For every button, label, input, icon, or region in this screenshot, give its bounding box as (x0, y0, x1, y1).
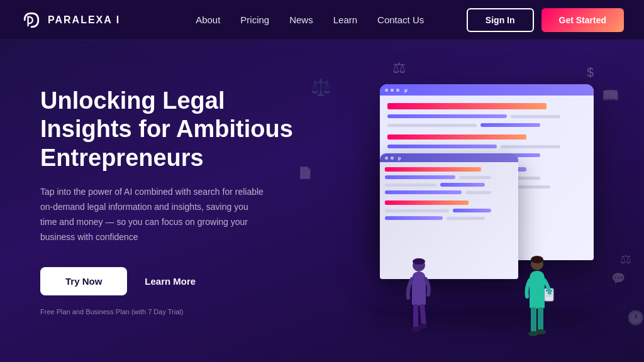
clock-icon: 🕐 (627, 310, 644, 326)
secondary-screen: p (380, 153, 518, 279)
nav-learn[interactable]: Learn (333, 14, 357, 25)
nav-links: About Pricing News Learn Contact Us (196, 14, 467, 25)
nav-about[interactable]: About (196, 14, 220, 25)
screen-header-secondary: p (380, 153, 518, 162)
scales2-icon: ⚖ (620, 251, 631, 266)
logo-icon (20, 9, 43, 31)
svg-point-5 (418, 324, 427, 329)
brand-name: PARALEXA I (48, 14, 120, 26)
svg-point-1 (413, 258, 425, 265)
coin-icon: $ (587, 65, 594, 80)
chat-icon: 💬 (611, 272, 625, 285)
book-icon: 📖 (602, 87, 619, 104)
hero-section: Unlocking Legal Insights for Ambitious E… (0, 40, 644, 362)
person-left-figure (402, 254, 436, 336)
person-right-figure (518, 254, 556, 342)
nav-news[interactable]: News (289, 14, 313, 25)
hero-description: Tap into the power of AI combined with s… (40, 185, 267, 244)
hero-content: Unlocking Legal Insights for Ambitious E… (40, 87, 304, 316)
try-now-button[interactable]: Try Now (40, 267, 127, 295)
nav-contact[interactable]: Contact Us (377, 14, 424, 25)
screen-body-secondary (380, 162, 518, 225)
hero-buttons: Try Now Learn More (40, 267, 304, 295)
svg-rect-3 (419, 304, 426, 327)
svg-rect-8 (531, 307, 536, 334)
learn-more-button[interactable]: Learn More (145, 276, 196, 287)
screen-shadow (361, 307, 600, 326)
svg-rect-13 (546, 295, 552, 297)
navbar: PARALEXA I About Pricing News Learn Cont… (0, 0, 644, 40)
svg-rect-9 (538, 307, 543, 331)
screen-header-main: p (380, 84, 594, 96)
nav-actions: Sign In Get Started (467, 8, 624, 32)
svg-rect-2 (413, 304, 418, 329)
nav-pricing[interactable]: Pricing (240, 14, 269, 25)
hero-illustration: ⚖️ ⚖ $ 📖 📄 ⚖ 💬 🕐 p (292, 53, 644, 361)
hero-title: Unlocking Legal Insights for Ambitious E… (40, 87, 304, 173)
svg-point-15 (536, 329, 546, 334)
scales-icon: ⚖ (392, 59, 406, 77)
svg-point-7 (531, 256, 543, 263)
logo[interactable]: PARALEXA I (20, 9, 120, 31)
signin-button[interactable]: Sign In (467, 8, 534, 32)
hero-footnote: Free Plan and Business Plan (with 7 Day … (40, 308, 304, 315)
gavel-icon: ⚖️ (311, 78, 331, 97)
getstarted-button[interactable]: Get Started (541, 8, 624, 32)
